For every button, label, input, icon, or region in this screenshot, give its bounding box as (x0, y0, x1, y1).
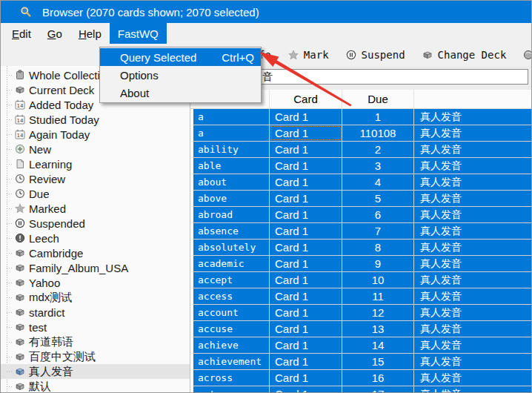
cell-sort-field[interactable]: absolutely (193, 240, 270, 255)
table-row[interactable]: aboveCard 15真人发音 (193, 191, 531, 207)
table-row[interactable]: achievementCard 115真人发音 (193, 354, 531, 370)
cell-sort-field[interactable]: academic (193, 256, 270, 271)
cell-deck[interactable]: 真人发音 (414, 125, 531, 141)
sidebar-item-stardict[interactable]: stardict (1, 305, 190, 320)
cell-deck[interactable]: 真人发音 (414, 142, 531, 157)
cell-sort-field[interactable]: above (193, 191, 270, 206)
cell-due[interactable]: 2 (342, 142, 414, 157)
cell-deck[interactable]: 真人发音 (414, 158, 531, 174)
menubar-item-fastwq[interactable]: FastWQ (110, 23, 167, 44)
table-row[interactable]: acceptCard 110真人发音 (193, 272, 531, 288)
cell-card[interactable]: Card 1 (270, 174, 342, 190)
sidebar-item-test[interactable]: test (1, 320, 190, 334)
cell-sort-field[interactable]: absence (193, 223, 270, 239)
sidebar-item-studied-today[interactable]: 14Studied Today (1, 112, 190, 127)
menubar-item-go[interactable]: Go (39, 23, 70, 44)
cell-deck[interactable]: 真人发音 (414, 337, 531, 353)
cell-sort-field[interactable]: able (193, 158, 270, 174)
toolbar-button-suspend[interactable]: Suspend (346, 49, 405, 61)
cell-sort-field[interactable]: achieve (193, 337, 270, 353)
cell-due[interactable]: 16 (342, 370, 414, 386)
cell-deck[interactable]: 真人发音 (414, 174, 531, 190)
sidebar-item-suspended[interactable]: Suspended (1, 216, 190, 231)
table-row[interactable]: absolutelyCard 18真人发音 (193, 240, 531, 256)
cell-card[interactable]: Card 1 (270, 354, 342, 369)
cell-sort-field[interactable]: achievement (193, 354, 270, 369)
cell-sort-field[interactable]: about (193, 174, 270, 190)
cell-due[interactable]: 1 (342, 109, 414, 125)
menu-item-query-selected[interactable]: Query SelectedCtrl+Q (100, 48, 261, 66)
sidebar-item-again-today[interactable]: 14Again Today (1, 127, 190, 142)
sidebar-item-21[interactable]: 默认 (1, 379, 190, 393)
sidebar-item-cambridge[interactable]: Cambridge (1, 245, 190, 260)
cell-card[interactable]: Card 1 (270, 305, 342, 320)
cell-due[interactable]: 9 (342, 256, 414, 271)
table-row[interactable]: accountCard 112真人发音 (193, 305, 531, 321)
cell-due[interactable]: 4 (342, 174, 414, 190)
toolbar-button-icon-4[interactable] (523, 50, 531, 60)
table-row[interactable]: academicCard 19真人发音 (193, 256, 531, 272)
cell-deck[interactable]: 真人发音 (414, 354, 531, 369)
cell-sort-field[interactable]: a (193, 109, 270, 125)
table-row[interactable]: aCard 11真人发音 (193, 109, 531, 125)
cell-card[interactable]: Card 1 (270, 272, 342, 288)
cell-deck[interactable]: 真人发音 (414, 256, 531, 271)
column-header-deck[interactable] (414, 90, 531, 108)
cell-card[interactable]: Card 1 (270, 207, 342, 222)
cell-deck[interactable]: 真人发音 (414, 272, 531, 288)
cell-due[interactable]: 10 (342, 272, 414, 288)
table-row[interactable]: ableCard 13真人发音 (193, 158, 531, 174)
sidebar-item-19[interactable]: 百度中文测试 (1, 349, 190, 364)
cell-card[interactable]: Card 1 (270, 142, 342, 157)
cell-sort-field[interactable]: access (193, 288, 270, 304)
cell-due[interactable]: 6 (342, 207, 414, 222)
cell-sort-field[interactable]: across (193, 370, 270, 386)
cell-due[interactable]: 110108 (342, 125, 414, 141)
cell-deck[interactable]: 真人发音 (414, 386, 531, 392)
cell-card[interactable]: Card 1 (270, 321, 342, 337)
table-row[interactable]: abroadCard 16真人发音 (193, 207, 531, 223)
column-header-card[interactable]: Card (270, 90, 342, 108)
cell-card[interactable]: Card 1 (270, 223, 342, 239)
table-row[interactable]: aCard 1110108真人发音 (193, 125, 531, 142)
table-row[interactable]: accessCard 111真人发音 (193, 288, 531, 305)
cell-sort-field[interactable]: accept (193, 272, 270, 288)
sidebar-item-review[interactable]: Review (1, 171, 190, 186)
table-row[interactable]: actCard 117真人发音 (193, 386, 531, 392)
cell-deck[interactable]: 真人发音 (414, 240, 531, 255)
cell-card[interactable]: Card 1 (270, 191, 342, 206)
table-row[interactable]: acrossCard 116真人发音 (193, 370, 531, 386)
column-header-due[interactable]: Due (342, 90, 414, 108)
cell-card[interactable]: Card 1 (270, 109, 342, 125)
sidebar-item-20[interactable]: 真人发音 (1, 364, 190, 379)
cell-card[interactable]: Card 1 (270, 288, 342, 304)
cell-card[interactable]: Card 1 (270, 386, 342, 392)
cell-card[interactable]: Card 1 (270, 370, 342, 386)
sidebar-item-new[interactable]: New (1, 142, 190, 156)
cell-due[interactable]: 15 (342, 354, 414, 369)
toolbar-button-change-deck[interactable]: Change Deck (422, 49, 507, 61)
cell-due[interactable]: 13 (342, 321, 414, 337)
cell-deck[interactable]: 真人发音 (414, 223, 531, 239)
table-row[interactable]: accuseCard 113真人发音 (193, 321, 531, 337)
cell-deck[interactable]: 真人发音 (414, 109, 531, 125)
cell-deck[interactable]: 真人发音 (414, 321, 531, 337)
sidebar-item-18[interactable]: 有道韩语 (1, 334, 190, 349)
cell-sort-field[interactable]: act (193, 386, 270, 392)
table-row[interactable]: aboutCard 14真人发音 (193, 174, 531, 191)
cell-due[interactable]: 3 (342, 158, 414, 174)
cell-due[interactable]: 7 (342, 223, 414, 239)
sidebar-item-yahoo[interactable]: Yahoo (1, 275, 190, 290)
sidebar-item-learning[interactable]: Learning (1, 156, 190, 171)
cell-sort-field[interactable]: ability (193, 142, 270, 157)
table-row[interactable]: abilityCard 12真人发音 (193, 142, 531, 158)
cell-card[interactable]: Card 1 (270, 256, 342, 271)
cell-deck[interactable]: 真人发音 (414, 305, 531, 320)
cell-due[interactable]: 5 (342, 191, 414, 206)
cell-due[interactable]: 17 (342, 386, 414, 392)
cell-card[interactable]: Card 1 (270, 125, 342, 141)
cell-sort-field[interactable]: a (193, 125, 270, 141)
cell-deck[interactable]: 真人发音 (414, 191, 531, 206)
sidebar-item-marked[interactable]: Marked (1, 201, 190, 216)
cell-deck[interactable]: 真人发音 (414, 288, 531, 304)
